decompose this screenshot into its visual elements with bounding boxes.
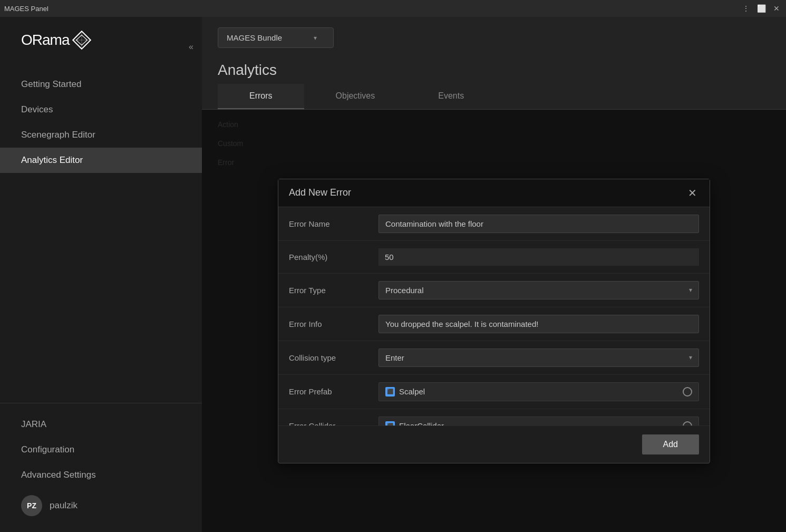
logo-text: ORama <box>21 32 69 49</box>
error-collider-row: Error Collider ⬛ FloorCollider <box>278 409 710 425</box>
close-icon[interactable]: ✕ <box>771 3 782 14</box>
menu-icon[interactable]: ⋮ <box>740 3 752 14</box>
collision-type-select[interactable]: Enter ▾ <box>379 349 699 367</box>
analytics-section-title: Analytics <box>202 53 786 79</box>
penalty-row: Penalty(%) <box>278 241 710 274</box>
add-button[interactable]: Add <box>642 434 699 454</box>
chevron-down-icon: ▾ <box>689 354 692 361</box>
error-info-label: Error Info <box>289 320 368 328</box>
restore-icon[interactable]: ⬜ <box>755 3 768 14</box>
username-label: paulzik <box>50 500 77 511</box>
content-header: MAGES Bundle ▾ <box>202 17 786 53</box>
sidebar-item-devices[interactable]: Devices <box>0 97 202 122</box>
main-layout: ORama « Getting Started Devices Scenegra… <box>0 17 786 532</box>
sidebar: ORama « Getting Started Devices Scenegra… <box>0 17 202 532</box>
error-name-input[interactable] <box>379 215 699 233</box>
title-bar-left: MAGES Panel <box>4 5 48 13</box>
bundle-dropdown-label: MAGES Bundle <box>227 33 282 42</box>
error-type-row: Error Type Procedural ▾ <box>278 274 710 307</box>
sidebar-item-jaria[interactable]: JARIA <box>0 412 202 437</box>
title-bar-controls: ⋮ ⬜ ✕ <box>740 3 782 14</box>
sidebar-bottom: JARIA Configuration Advanced Settings PZ… <box>0 403 202 532</box>
avatar: PZ <box>21 495 42 516</box>
modal-body: Error Name Penalty(%) Error Type <box>278 207 710 425</box>
error-prefab-left: ⬛ Scalpel <box>385 387 425 396</box>
error-info-row: Error Info <box>278 307 710 341</box>
modal-close-button[interactable]: ✕ <box>686 187 699 199</box>
sidebar-item-getting-started[interactable]: Getting Started <box>0 72 202 97</box>
error-collider-target-icon[interactable] <box>683 421 692 425</box>
error-type-label: Error Type <box>289 286 368 295</box>
sidebar-item-scenegraph-editor[interactable]: Scenegraph Editor <box>0 122 202 148</box>
collision-type-row: Collision type Enter ▾ <box>278 341 710 375</box>
error-type-select[interactable]: Procedural ▾ <box>379 281 699 299</box>
sidebar-logo: ORama <box>0 17 202 61</box>
logo-diamond-icon <box>71 30 92 51</box>
sidebar-item-analytics-editor[interactable]: Analytics Editor <box>0 148 202 173</box>
error-info-input[interactable] <box>379 315 699 333</box>
tab-events[interactable]: Events <box>406 84 496 109</box>
error-name-row: Error Name <box>278 207 710 241</box>
error-collider-value: FloorCollider <box>399 421 444 425</box>
collision-type-value: Enter <box>385 353 404 362</box>
penalty-label: Penalty(%) <box>289 253 368 262</box>
chevron-down-icon: ▾ <box>689 286 692 294</box>
error-prefab-label: Error Prefab <box>289 387 368 396</box>
collider-asset-icon: ⬛ <box>385 421 395 425</box>
error-prefab-target-icon[interactable] <box>683 387 692 396</box>
error-prefab-value: Scalpel <box>399 387 425 396</box>
error-collider-field[interactable]: ⬛ FloorCollider <box>379 417 699 425</box>
modal-header: Add New Error ✕ <box>278 179 710 207</box>
error-prefab-row: Error Prefab ⬛ Scalpel <box>278 375 710 409</box>
title-bar-title: MAGES Panel <box>4 5 48 13</box>
title-bar: MAGES Panel ⋮ ⬜ ✕ <box>0 0 786 17</box>
sidebar-item-configuration[interactable]: Configuration <box>0 437 202 462</box>
error-type-value: Procedural <box>385 286 424 295</box>
sidebar-nav: Getting Started Devices Scenegraph Edito… <box>0 61 202 243</box>
sidebar-user[interactable]: PZ paulzik <box>0 488 202 524</box>
penalty-input[interactable] <box>379 248 699 266</box>
error-collider-left: ⬛ FloorCollider <box>385 421 444 425</box>
prefab-asset-icon: ⬛ <box>385 387 395 396</box>
error-name-label: Error Name <box>289 219 368 228</box>
bundle-dropdown[interactable]: MAGES Bundle ▾ <box>218 27 334 48</box>
collision-type-label: Collision type <box>289 353 368 362</box>
tab-errors[interactable]: Errors <box>218 84 304 109</box>
content-area: Action Custom Error Add New Error ✕ <box>202 110 786 532</box>
sidebar-collapse-button[interactable]: « <box>185 40 198 54</box>
error-collider-label: Error Collider <box>289 421 368 425</box>
modal-footer: Add <box>278 425 710 463</box>
modal-title: Add New Error <box>289 187 351 198</box>
tab-objectives[interactable]: Objectives <box>304 84 407 109</box>
chevron-down-icon: ▾ <box>314 34 317 42</box>
modal-overlay: Add New Error ✕ Error Name Penalty(%) <box>202 110 786 532</box>
sidebar-item-advanced-settings[interactable]: Advanced Settings <box>0 462 202 488</box>
main-content: MAGES Bundle ▾ Analytics Errors Objectiv… <box>202 17 786 532</box>
tabs-bar: Errors Objectives Events <box>202 84 786 110</box>
error-prefab-field[interactable]: ⬛ Scalpel <box>379 382 699 401</box>
add-new-error-modal: Add New Error ✕ Error Name Penalty(%) <box>278 179 710 463</box>
